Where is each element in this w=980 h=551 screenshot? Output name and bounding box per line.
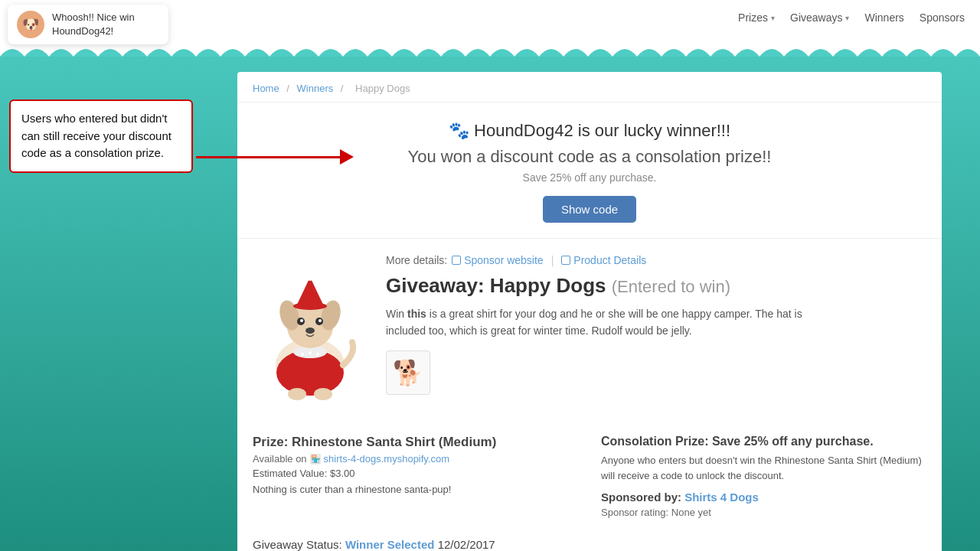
more-details-row: More details: Sponsor website | Product … — [386, 254, 926, 266]
winner-title: 🐾 HoundDog42 is our lucky winner!!! — [253, 121, 926, 141]
product-details-link[interactable]: Product Details — [561, 254, 646, 266]
svg-point-12 — [314, 388, 332, 400]
winner-subtitle: You won a discount code as a consolation… — [253, 147, 926, 167]
svg-marker-14 — [296, 277, 324, 306]
consolation-title: Consolation Prize: Save 25% off any purc… — [601, 435, 926, 448]
breadcrumb-sep2: / — [341, 83, 346, 94]
available-row: Available on 🏪 shirts-4-dogs.myshopify.c… — [253, 453, 578, 465]
left-column: Prize: Rhinestone Santa Shirt (Medium) A… — [253, 435, 578, 518]
svg-point-16 — [301, 353, 304, 356]
thumbnail-row: 🐕 — [386, 350, 926, 395]
breadcrumb-current: Happy Dogs — [355, 83, 410, 94]
show-code-button[interactable]: Show code — [543, 196, 636, 223]
more-details-label: More details: — [386, 254, 447, 266]
toast-notification: 🐶 Whoosh!! Nice win HoundDog42! — [8, 5, 168, 44]
prize-description: Nothing is cuter than a rhinestone santa… — [253, 484, 578, 495]
toast-text: Whoosh!! Nice win HoundDog42! — [52, 11, 159, 38]
toast-avatar: 🐶 — [17, 11, 44, 38]
svg-point-18 — [316, 353, 319, 356]
shop-icon: 🏪 — [310, 454, 321, 465]
nav-winners[interactable]: Winners — [864, 11, 903, 24]
svg-point-9 — [318, 319, 322, 322]
product-image — [253, 254, 368, 407]
arrow-head — [340, 149, 354, 165]
lower-section: Prize: Rhinestone Santa Shirt (Medium) A… — [237, 422, 942, 530]
winner-section: 🐾 HoundDog42 is our lucky winner!!! You … — [237, 103, 942, 239]
svg-point-11 — [288, 388, 306, 400]
nav-giveaways[interactable]: Giveaways ▾ — [790, 11, 849, 24]
arrow-line — [196, 156, 341, 158]
arrow — [196, 149, 354, 165]
breadcrumb-winners[interactable]: Winners — [297, 83, 334, 94]
svg-point-17 — [309, 351, 312, 354]
nav-sponsors[interactable]: Sponsors — [920, 11, 965, 24]
separator: | — [551, 254, 554, 266]
details-content: More details: Sponsor website | Product … — [386, 254, 926, 407]
right-column: Consolation Prize: Save 25% off any purc… — [601, 435, 926, 518]
winner-discount-text: Save 25% off any purchase. — [253, 171, 926, 184]
status-section: Giveaway Status: Winner Selected 12/02/2… — [237, 530, 942, 551]
sponsor-link-icon — [452, 256, 461, 265]
status-title: Giveaway Status: Winner Selected 12/02/2… — [253, 538, 926, 551]
nav-items: Prizes ▾ Giveaways ▾ Winners Sponsors — [738, 11, 965, 24]
dog-illustration — [253, 254, 368, 407]
annotation-box: Users who entered but didn't can still r… — [9, 99, 193, 173]
prize-title: Prize: Rhinestone Santa Shirt (Medium) — [253, 435, 578, 450]
shop-url-link[interactable]: shirts-4-dogs.myshopify.com — [324, 453, 449, 465]
svg-point-15 — [306, 273, 314, 281]
sponsored-by: Sponsored by: Shirts 4 Dogs — [601, 491, 926, 504]
estimated-value: Estimated Value: $3.00 — [253, 468, 578, 479]
nav-prizes[interactable]: Prizes ▾ — [738, 11, 775, 24]
giveaway-title: Giveaway: Happy Dogs (Entered to win) — [386, 274, 926, 298]
sponsor-rating: Sponsor rating: None yet — [601, 507, 926, 518]
sponsor-link[interactable]: Shirts 4 Dogs — [684, 491, 759, 504]
breadcrumb-home[interactable]: Home — [253, 83, 279, 94]
content-panel: Home / Winners / Happy Dogs 🐾 HoundDog42… — [237, 72, 942, 551]
svg-point-8 — [300, 319, 303, 322]
details-section: More details: Sponsor website | Product … — [237, 239, 942, 422]
consolation-description: Anyone who enters but doesn't win the Rh… — [601, 453, 926, 483]
giveaways-dropdown-arrow: ▾ — [845, 14, 849, 22]
thumbnail-image[interactable]: 🐕 — [386, 350, 430, 395]
breadcrumb-sep1: / — [286, 83, 292, 94]
product-link-icon — [561, 256, 570, 265]
prizes-dropdown-arrow: ▾ — [771, 14, 775, 22]
breadcrumb: Home / Winners / Happy Dogs — [237, 72, 942, 103]
svg-point-10 — [305, 328, 315, 334]
sponsor-website-link[interactable]: Sponsor website — [452, 254, 544, 266]
winner-selected-status: Winner Selected — [345, 538, 435, 551]
giveaway-description: Win this is a great shirt for your dog a… — [386, 305, 830, 340]
